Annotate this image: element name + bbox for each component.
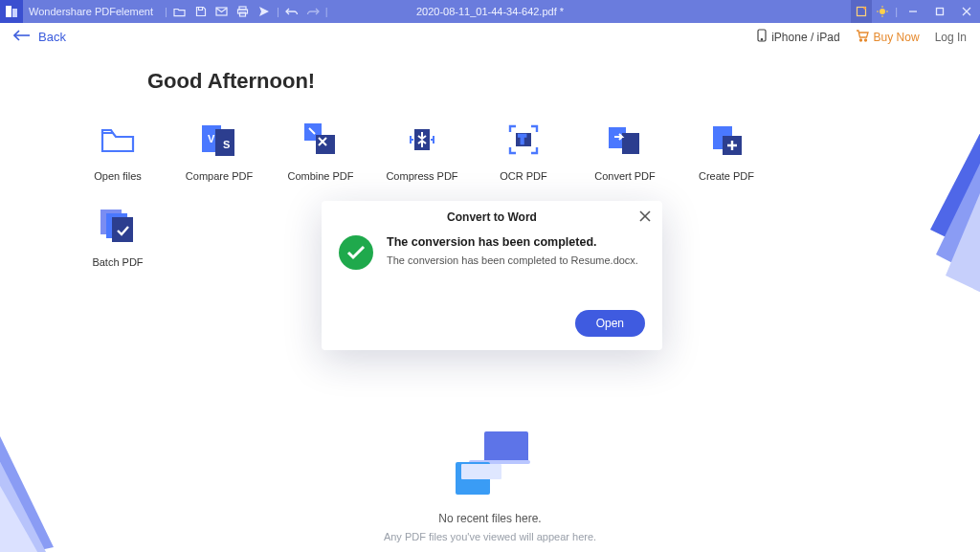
recent-subtitle: Any PDF files you've viewed will appear …	[384, 531, 596, 542]
notification-icon[interactable]	[851, 0, 872, 23]
separator: |	[893, 6, 900, 17]
maximize-button[interactable]	[926, 0, 953, 23]
tile-label: Open files	[94, 170, 142, 182]
tile-create-pdf[interactable]: Create PDF	[676, 122, 777, 182]
svg-rect-1	[12, 9, 17, 17]
tile-label: OCR PDF	[500, 170, 547, 182]
svg-text:T: T	[519, 133, 526, 146]
svg-text:S: S	[223, 139, 230, 150]
app-logo	[0, 0, 23, 23]
undo-icon[interactable]	[281, 0, 302, 23]
share-icon[interactable]	[254, 0, 275, 23]
tile-open-files[interactable]: Open files	[67, 122, 168, 182]
tile-label: Convert PDF	[594, 170, 656, 182]
compress-icon	[403, 122, 441, 157]
back-arrow-icon	[13, 30, 31, 44]
minimize-button[interactable]	[900, 0, 926, 23]
ocr-icon: T	[504, 122, 543, 157]
svg-point-19	[762, 39, 763, 40]
recent-empty-state: No recent files here. Any PDF files you'…	[0, 431, 980, 542]
svg-rect-14	[937, 9, 944, 15]
separator: |	[163, 6, 169, 17]
mail-icon[interactable]	[212, 0, 233, 23]
phone-icon	[757, 29, 767, 45]
folder-open-icon	[99, 122, 137, 157]
separator: |	[323, 6, 330, 17]
svg-rect-0	[6, 6, 11, 17]
svg-point-7	[863, 7, 866, 10]
separator: |	[275, 6, 281, 17]
tile-label: Create PDF	[699, 170, 754, 182]
greeting-title: Good Afternoon!	[57, 69, 923, 94]
tile-batch-pdf[interactable]: Batch PDF	[67, 209, 168, 268]
tile-ocr-pdf[interactable]: T OCR PDF	[473, 122, 574, 182]
print-icon[interactable]	[233, 0, 254, 23]
svg-point-21	[864, 39, 866, 41]
tile-label: Batch PDF	[92, 256, 143, 268]
open-folder-icon[interactable]	[169, 0, 190, 23]
tile-compare-pdf[interactable]: VS Compare PDF	[168, 122, 270, 182]
dialog-title-text: Convert to Word	[447, 210, 537, 224]
login-link[interactable]: Log In	[935, 31, 967, 44]
close-button[interactable]	[953, 0, 980, 23]
svg-point-20	[859, 39, 861, 41]
dialog-body-text: The conversion has been completed to Res…	[387, 254, 638, 266]
recent-title: No recent files here.	[438, 512, 541, 525]
app-name: Wondershare PDFelement	[23, 6, 163, 17]
titlebar: Wondershare PDFelement | | | 2020-08-11_…	[0, 0, 980, 23]
back-label: Back	[38, 30, 66, 44]
tile-label: Combine PDF	[287, 170, 353, 182]
dialog-heading: The conversion has been completed.	[387, 235, 638, 249]
redo-icon[interactable]	[302, 0, 323, 23]
tile-label: Compare PDF	[186, 170, 253, 182]
buy-label: Buy Now	[874, 31, 920, 44]
dialog-title: Convert to Word	[322, 201, 662, 233]
save-icon[interactable]	[190, 0, 212, 23]
tile-convert-pdf[interactable]: Convert PDF	[574, 122, 676, 182]
cart-icon	[856, 30, 869, 45]
batch-icon	[99, 209, 137, 243]
sun-icon[interactable]	[872, 0, 893, 23]
device-link[interactable]: iPhone / iPad	[757, 29, 839, 45]
svg-point-8	[880, 9, 885, 14]
create-icon	[707, 122, 746, 157]
empty-illustration	[452, 431, 528, 498]
combine-icon	[301, 122, 340, 157]
open-button[interactable]: Open	[575, 310, 645, 337]
compare-icon: VS	[200, 122, 238, 157]
tile-combine-pdf[interactable]: Combine PDF	[270, 122, 371, 182]
buy-now-link[interactable]: Buy Now	[856, 30, 920, 45]
tile-compress-pdf[interactable]: Compress PDF	[371, 122, 473, 182]
back-button[interactable]: Back	[13, 30, 66, 44]
topbar: Back iPhone / iPad Buy Now Log In	[0, 23, 980, 52]
tile-label: Compress PDF	[386, 170, 457, 182]
convert-complete-dialog: Convert to Word The conversion has been …	[322, 201, 662, 350]
svg-rect-43	[112, 217, 133, 242]
success-check-icon	[339, 235, 373, 270]
svg-rect-38	[622, 133, 639, 154]
convert-icon	[606, 122, 644, 157]
dialog-close-button[interactable]	[635, 207, 655, 226]
device-label: iPhone / iPad	[771, 31, 839, 44]
svg-text:V: V	[208, 133, 215, 144]
